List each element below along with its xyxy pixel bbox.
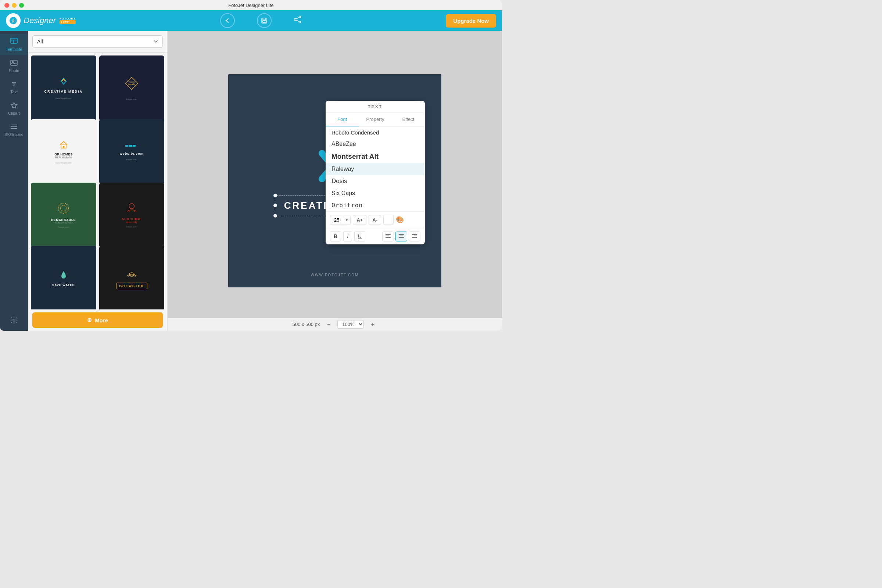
tab-effect[interactable]: Effect <box>392 113 425 126</box>
window-title: FotoJet Designer Lite <box>228 3 274 8</box>
card1-url: www.fotojet.com <box>56 97 72 99</box>
handle-mid-left[interactable] <box>273 204 277 207</box>
close-button[interactable] <box>4 3 9 8</box>
sidebar-item-clipart[interactable]: Clipart <box>0 98 28 119</box>
card5-title: REMARKABLE <box>51 218 76 222</box>
align-right-button[interactable] <box>409 231 420 242</box>
card7-title: SAVE WATER <box>52 284 75 286</box>
card1-title: CREATIVE MEDIA <box>45 90 82 93</box>
template-card-7[interactable]: SAVE WATER <box>31 246 96 309</box>
title-bar: FotoJet Designer Lite <box>0 0 502 10</box>
canvas-area: CREATIVE MEDIA WWW.FOTOJET.COM 500 x 500… <box>168 31 502 331</box>
card4-url: fotojet.com <box>126 158 137 160</box>
svg-rect-3 <box>263 18 266 20</box>
maximize-button[interactable] <box>19 3 24 8</box>
svg-rect-4 <box>262 21 266 22</box>
svg-point-30 <box>129 204 134 209</box>
save-button[interactable] <box>257 13 272 28</box>
fotojet-label: FOTOJET <box>60 17 76 20</box>
color-palette-button[interactable]: 🎨 <box>396 216 404 224</box>
font-size-dropdown[interactable]: ▾ <box>343 216 350 224</box>
italic-button[interactable]: I <box>343 231 352 242</box>
font-item-orbitron[interactable]: Orbitron <box>326 199 425 212</box>
text-format-controls: B I U <box>326 228 425 244</box>
font-item-sixcaps[interactable]: Six Caps <box>326 188 425 199</box>
template-card-1[interactable]: CREATIVE MEDIA www.fotojet.com <box>31 56 96 121</box>
svg-rect-26 <box>129 145 132 147</box>
font-item-raleway[interactable]: Raleway <box>326 163 425 175</box>
card3-url: www.fotojet.com <box>56 162 72 164</box>
template-card-8[interactable]: BREWSTER <box>99 246 165 309</box>
font-size-input-group: 25 ▾ <box>330 215 351 225</box>
font-size-increase[interactable]: A+ <box>353 215 366 225</box>
card8-title: BREWSTER <box>116 283 148 289</box>
svg-rect-27 <box>133 145 136 147</box>
svg-point-6 <box>294 19 296 21</box>
card5-url: fotojet.com <box>58 226 69 228</box>
top-bar: a Designer FOTOJET LITE <box>0 10 502 31</box>
font-size-decrease[interactable]: A- <box>369 215 381 225</box>
svg-rect-10 <box>10 38 17 44</box>
zoom-select[interactable]: 100% 75% 50% 125% 150% <box>338 320 364 328</box>
canvas-url: WWW.FOTOJET.COM <box>311 273 359 277</box>
tab-property[interactable]: Property <box>358 113 392 126</box>
template-grid: CREATIVE MEDIA www.fotojet.com Wright Fa… <box>28 52 167 309</box>
font-item-montserrat[interactable]: Montserrat Alt <box>326 150 425 163</box>
template-card-2[interactable]: Wright Family fotojet.com <box>99 56 165 121</box>
text-panel-header: TEXT <box>326 101 425 113</box>
tab-font[interactable]: Font <box>326 113 358 126</box>
svg-line-8 <box>296 18 299 19</box>
handle-bottom-left[interactable] <box>273 214 277 218</box>
svg-point-28 <box>58 203 69 213</box>
card2-url: fotojet.com <box>126 98 137 100</box>
card4-title: website.com <box>120 152 144 156</box>
left-sidebar: Template Photo T Text Clipart <box>0 31 28 331</box>
sidebar-item-photo[interactable]: Photo <box>0 55 28 76</box>
underline-button[interactable]: U <box>354 231 365 242</box>
settings-button[interactable] <box>0 312 28 328</box>
zoom-out-button[interactable]: − <box>324 320 333 329</box>
canvas-bottom-bar: 500 x 500 px − 100% 75% 50% 125% 150% + <box>168 318 502 331</box>
more-label: More <box>95 317 108 323</box>
traffic-lights <box>4 3 24 8</box>
svg-point-29 <box>61 206 66 212</box>
font-item-dosis[interactable]: Dosis <box>326 175 425 188</box>
font-item-roboto[interactable]: Roboto Condensed <box>326 127 425 138</box>
font-size-controls: 25 ▾ A+ A- 🎨 <box>326 212 425 228</box>
template-card-4[interactable]: website.com fotojet.com <box>99 119 165 184</box>
template-filter: All Business Social Media Logo <box>28 31 167 52</box>
canvas-size-label: 500 x 500 px <box>292 322 320 327</box>
align-left-button[interactable] <box>382 231 394 242</box>
font-list: Roboto Condensed ABeeZee Montserrat Alt … <box>326 127 425 212</box>
bold-button[interactable]: B <box>330 231 341 242</box>
bkground-label: BKGround <box>4 132 23 137</box>
template-card-6[interactable]: ALDRIDGE university fotojet.com <box>99 183 165 248</box>
back-button[interactable] <box>220 13 235 28</box>
svg-rect-13 <box>10 60 17 65</box>
svg-point-7 <box>299 21 301 23</box>
minimize-button[interactable] <box>12 3 16 8</box>
more-button[interactable]: ⊕ More <box>32 312 163 328</box>
sidebar-item-text[interactable]: T Text <box>0 76 28 98</box>
category-select[interactable]: All Business Social Media Logo <box>32 35 163 48</box>
svg-rect-25 <box>125 145 128 147</box>
handle-top-left[interactable] <box>273 194 277 197</box>
align-center-button[interactable] <box>395 231 407 242</box>
svg-rect-24 <box>63 146 64 148</box>
clipart-label: Clipart <box>8 111 20 116</box>
card6-title: ALDRIDGE <box>122 217 142 221</box>
lite-badge: LITE <box>60 20 76 24</box>
template-card-5[interactable]: REMARKABLE TRAINING SCHOOL fotojet.com <box>31 183 96 248</box>
color-swatch[interactable] <box>383 214 394 225</box>
template-card-3[interactable]: GR.HOMES REAL ESTATE www.fotojet.com <box>31 119 96 184</box>
sidebar-item-bkground[interactable]: BKGround <box>0 119 28 140</box>
font-item-abeezee[interactable]: ABeeZee <box>326 138 425 150</box>
upgrade-button[interactable]: Upgrade Now <box>446 14 496 28</box>
share-button[interactable] <box>294 15 302 26</box>
designer-label: Designer <box>24 16 56 26</box>
text-panel-tabs: Font Property Effect <box>326 113 425 127</box>
sidebar-item-template[interactable]: Template <box>0 34 28 55</box>
logo-icon: a <box>6 13 21 28</box>
svg-text:a: a <box>12 18 15 24</box>
zoom-in-button[interactable]: + <box>368 320 377 329</box>
